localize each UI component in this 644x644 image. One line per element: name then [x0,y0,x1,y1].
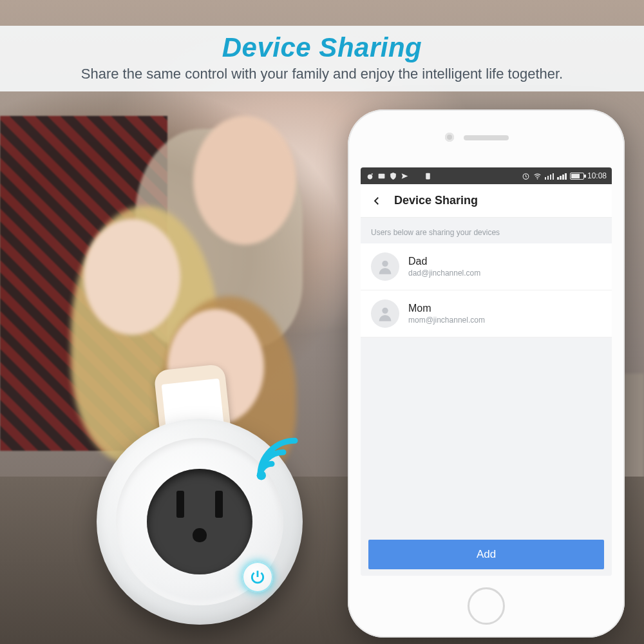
svg-point-0 [257,471,266,480]
power-icon [249,569,266,585]
svg-point-2 [372,173,373,175]
promo-scene: Device Sharing Share the same control wi… [0,0,644,644]
list-item[interactable]: Mom mom@jinchannel.com [361,290,612,337]
status-bar: 10:08 [361,167,612,184]
download-icon [412,172,421,180]
svg-rect-4 [426,173,430,179]
person-icon [376,258,394,276]
earpiece [464,135,509,140]
weibo-icon [366,172,374,180]
app-header: Device Sharing [361,184,612,218]
svg-point-7 [382,261,388,267]
add-button[interactable]: Add [368,540,604,569]
phone-mockup: 10:08 Device Sharing Users below are sha… [348,109,625,638]
sharing-hint: Users below are sharing your devices [361,218,612,243]
svg-rect-3 [379,173,385,178]
user-name: Mom [408,303,485,314]
battery-icon [570,173,584,180]
signal-bars-1 [545,172,554,180]
sim-icon [424,172,432,180]
signal-bars-2 [557,172,567,180]
smart-plug-product [97,419,303,625]
shared-users-list: Dad dad@jinchannel.com Mom mom@jinchanne… [361,243,612,337]
wifi-status-icon [533,172,542,180]
shield-icon [389,172,397,180]
back-button[interactable] [368,193,385,209]
headline-title: Device Sharing [15,32,629,63]
arrow-left-icon [371,195,383,207]
image-icon [377,172,386,180]
send-icon [401,172,409,180]
timer-icon [522,172,530,180]
svg-point-8 [382,308,388,314]
svg-point-6 [537,178,538,180]
bottom-bar: Add [361,533,612,576]
status-time: 10:08 [587,171,607,180]
power-button [242,562,273,592]
app-screen: 10:08 Device Sharing Users below are sha… [361,167,612,576]
person-icon [376,305,394,323]
svg-point-1 [368,174,373,179]
headline-subtitle: Share the same control with your family … [15,66,629,82]
headline-banner: Device Sharing Share the same control wi… [0,26,644,91]
list-item[interactable]: Dad dad@jinchannel.com [361,243,612,290]
screen-title: Device Sharing [394,194,478,207]
content-spacer [361,337,612,533]
wifi-icon [249,430,307,488]
home-button[interactable] [468,587,505,625]
user-email: mom@jinchannel.com [408,316,485,325]
user-email: dad@jinchannel.com [408,269,480,278]
avatar [371,252,399,281]
user-name: Dad [408,256,480,267]
avatar [371,299,399,328]
front-camera [445,133,454,142]
